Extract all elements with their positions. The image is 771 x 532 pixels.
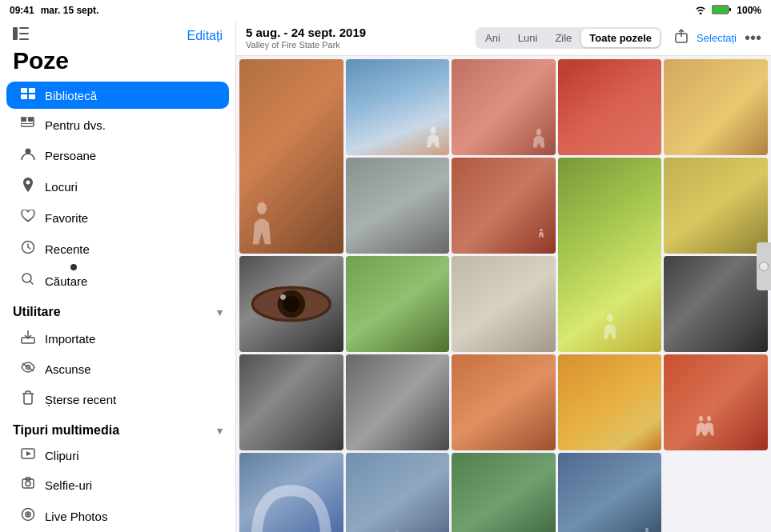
photo-cell[interactable]: [664, 59, 768, 155]
photo-cell[interactable]: [346, 354, 450, 450]
home-button[interactable]: [757, 242, 771, 290]
status-right: 100%: [694, 5, 761, 17]
camera-indicator-dot: [70, 264, 77, 270]
clipuri-icon: [19, 448, 37, 462]
top-bar-actions: Selectați •••: [674, 29, 761, 47]
photo-cell[interactable]: [239, 256, 343, 352]
photo-cell[interactable]: [452, 158, 556, 254]
photo-cell[interactable]: [558, 158, 662, 352]
top-bar: 5 aug. - 24 sept. 2019 Valley of Fire St…: [236, 21, 771, 56]
svg-rect-1: [713, 6, 728, 13]
photo-cell[interactable]: [558, 59, 662, 155]
sidebar-item-sterse-recent-label: Șterse recent: [45, 393, 216, 406]
more-icon[interactable]: •••: [745, 29, 761, 47]
photo-cell[interactable]: [664, 354, 768, 450]
utilitare-section-header[interactable]: Utilitare ▾: [0, 297, 235, 322]
status-date: mar. 15 sept.: [41, 5, 99, 16]
svg-rect-3: [13, 27, 18, 40]
tab-toate-pozele[interactable]: Toate pozele: [581, 29, 660, 47]
importate-icon: [19, 330, 37, 347]
status-time: 09:41: [10, 5, 34, 16]
sidebar-item-persoane-label: Persoane: [45, 149, 216, 162]
sidebar-item-favorite-label: Favorite: [45, 211, 216, 225]
photo-grid: [236, 56, 771, 532]
photo-cell[interactable]: [239, 453, 343, 532]
persoane-icon: [19, 147, 37, 163]
battery-pct: 100%: [737, 5, 761, 16]
select-button[interactable]: Selectați: [697, 32, 737, 44]
tab-ani[interactable]: Ani: [477, 29, 508, 47]
photo-cell[interactable]: [239, 354, 343, 450]
sidebar-item-ascunse[interactable]: Ascunse: [6, 355, 229, 382]
svg-point-43: [646, 528, 649, 531]
sidebar-item-ascunse-label: Ascunse: [45, 362, 216, 376]
sidebar-item-cautare[interactable]: Căutare: [6, 266, 229, 296]
sidebar-item-recente[interactable]: Recente: [6, 234, 229, 264]
tab-zile[interactable]: Zile: [547, 29, 580, 47]
photo-cell[interactable]: [664, 256, 768, 352]
photo-cell[interactable]: [346, 158, 450, 254]
sidebar-item-clipuri-label: Clipuri: [45, 449, 216, 462]
status-bar: 09:41 mar. 15 sept. 100%: [0, 0, 771, 21]
sidebar-item-favorite[interactable]: Favorite: [6, 203, 229, 232]
biblioteca-icon: [19, 88, 37, 102]
date-range-title: 5 aug. - 24 sept. 2019: [246, 26, 366, 40]
sidebar-item-clipuri[interactable]: Clipuri: [6, 442, 229, 469]
svg-rect-6: [19, 38, 29, 40]
photo-cell[interactable]: [452, 354, 556, 450]
view-tabs: Ani Luni Zile Toate pozele: [476, 27, 661, 49]
utilitare-chevron-icon: ▾: [217, 306, 223, 318]
tab-luni[interactable]: Luni: [510, 29, 546, 47]
sidebar-item-cautare-label: Căutare: [45, 274, 216, 288]
svg-rect-4: [19, 27, 29, 29]
sidebar-item-biblioteca[interactable]: Bibliotecă: [6, 82, 229, 109]
photo-cell[interactable]: [452, 453, 556, 532]
svg-rect-2: [729, 8, 731, 11]
sidebar-item-locuri[interactable]: Locuri: [6, 171, 229, 202]
tipuri-multimedia-label: Tipuri multimedia: [13, 423, 119, 438]
sidebar-item-pentru-dvs[interactable]: Pentru dvs.: [6, 110, 229, 139]
date-range-location: Valley of Fire State Park: [246, 40, 366, 50]
sidebar-item-importate[interactable]: Importate: [6, 323, 229, 354]
sidebar-item-recente-label: Recente: [45, 242, 216, 256]
svg-point-39: [280, 294, 286, 300]
status-left: 09:41 mar. 15 sept.: [10, 5, 98, 16]
tipuri-multimedia-section-header[interactable]: Tipuri multimedia ▾: [0, 415, 235, 441]
svg-point-32: [431, 126, 436, 134]
pentru-dvs-icon: [19, 117, 37, 133]
selfie-uri-icon: [19, 477, 37, 493]
sidebar-item-persoane[interactable]: Persoane: [6, 141, 229, 170]
utilitare-label: Utilitare: [13, 305, 61, 319]
svg-point-33: [536, 129, 541, 135]
photo-cell[interactable]: [452, 59, 556, 155]
date-range-block: 5 aug. - 24 sept. 2019 Valley of Fire St…: [246, 26, 366, 50]
svg-point-41: [707, 416, 711, 421]
photo-cell[interactable]: [346, 453, 450, 532]
photo-cell[interactable]: [558, 354, 662, 450]
share-icon[interactable]: [674, 29, 689, 47]
sidebar-item-sterse-recent[interactable]: Șterse recent: [6, 384, 229, 414]
main-layout: Editați Poze Bibliotecă: [0, 21, 771, 532]
live-photos-icon: [19, 507, 37, 525]
sidebar-item-selfie-uri[interactable]: Selfie-uri: [6, 470, 229, 499]
sterse-recent-icon: [19, 390, 37, 408]
photo-cell[interactable]: [239, 59, 343, 254]
photo-cell[interactable]: [346, 59, 450, 155]
svg-rect-7: [21, 88, 27, 93]
photo-cell[interactable]: [346, 256, 450, 352]
svg-point-34: [540, 229, 543, 232]
svg-rect-8: [29, 88, 35, 93]
svg-rect-14: [22, 123, 33, 124]
content-area: 5 aug. - 24 sept. 2019 Valley of Fire St…: [236, 21, 771, 532]
photo-cell[interactable]: [452, 256, 556, 352]
photo-cell[interactable]: [558, 453, 662, 532]
sidebar-title: Poze: [0, 47, 235, 81]
sidebar-item-selfie-uri-label: Selfie-uri: [45, 478, 216, 492]
sidebar-item-live-photos-label: Live Photos: [45, 510, 216, 523]
svg-point-31: [257, 202, 267, 214]
ascunse-icon: [19, 362, 37, 376]
sidebar-item-live-photos[interactable]: Live Photos: [6, 501, 229, 531]
photo-cell[interactable]: [664, 158, 768, 254]
svg-marker-21: [26, 451, 31, 456]
edit-button[interactable]: Editați: [187, 29, 223, 43]
